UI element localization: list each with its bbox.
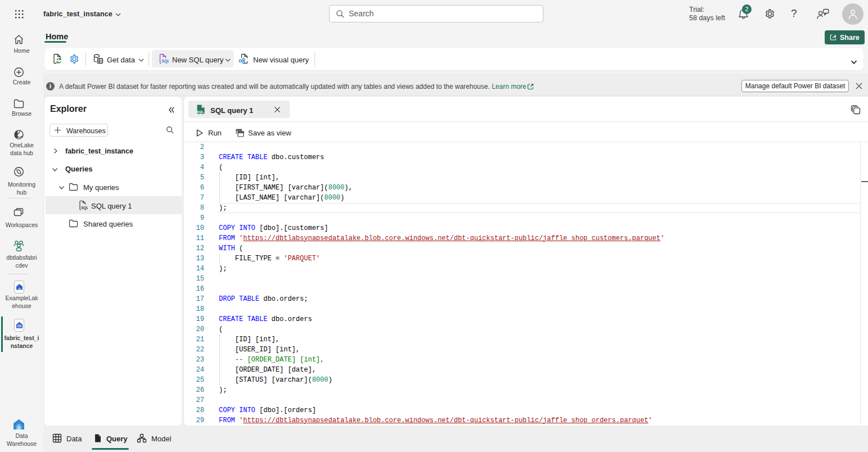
svg-text:SQL: SQL	[162, 59, 169, 64]
svg-text:SQL: SQL	[197, 110, 204, 114]
svg-text:SQL: SQL	[81, 206, 88, 210]
